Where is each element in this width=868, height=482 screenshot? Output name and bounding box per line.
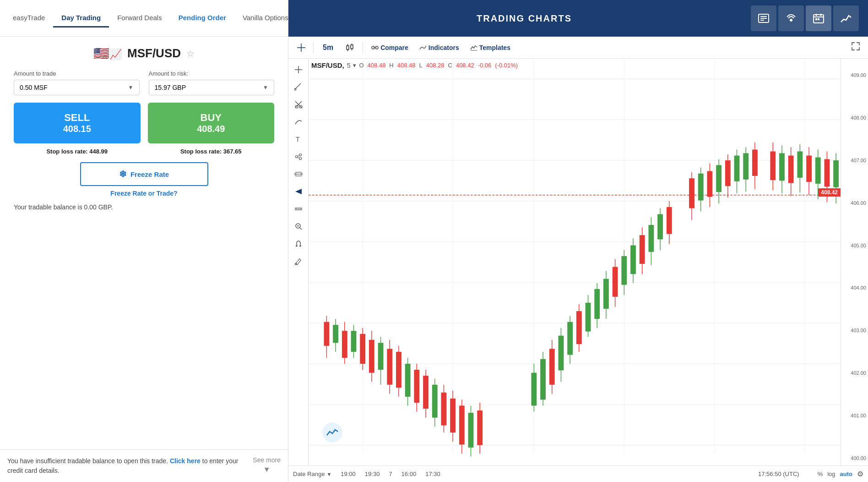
- auto-toggle-button[interactable]: auto: [840, 471, 852, 477]
- svg-rect-81: [351, 331, 357, 352]
- news-icon-button[interactable]: [751, 5, 776, 31]
- log-toggle-button[interactable]: log: [827, 471, 835, 477]
- svg-rect-135: [640, 235, 645, 264]
- fibonacci-tool-button[interactable]: [291, 149, 306, 164]
- ohlc-h-value: 408.48: [397, 62, 416, 69]
- ohlc-c-value: 408.42: [456, 62, 474, 69]
- text-tool-button[interactable]: T: [291, 132, 306, 147]
- ruler-tool-button[interactable]: [291, 202, 306, 216]
- price-403: 403.00: [843, 328, 866, 333]
- freeze-rate-link[interactable]: Freeze Rate or Trade?: [14, 190, 274, 197]
- svg-rect-173: [833, 160, 839, 187]
- svg-marker-42: [295, 189, 302, 194]
- svg-rect-145: [698, 174, 704, 201]
- price-409: 409.00: [843, 72, 866, 78]
- see-more-label: See more: [253, 456, 281, 464]
- period-button[interactable]: 5m: [317, 42, 339, 54]
- time-label-1900: 19:00: [341, 471, 356, 477]
- svg-line-36: [298, 157, 299, 158]
- click-here-link[interactable]: Click here: [170, 457, 201, 465]
- sell-label: SELL: [18, 112, 136, 124]
- balance-text: Your tradable balance is 0.00 GBP.: [14, 203, 274, 217]
- crosshair-tool-button[interactable]: [293, 42, 309, 53]
- tab-forward-deals[interactable]: Forward Deals: [109, 9, 170, 27]
- zoom-tool-button[interactable]: [291, 219, 306, 234]
- line-chart-icon-button[interactable]: [833, 5, 859, 31]
- svg-rect-165: [797, 151, 803, 177]
- tab-easy-trade[interactable]: easyTrade: [5, 9, 53, 27]
- price-401: 401.00: [843, 413, 866, 418]
- buy-button[interactable]: BUY 408.49: [148, 103, 275, 143]
- tab-pending-order[interactable]: Pending Order: [170, 9, 234, 27]
- calendar-icon-button[interactable]: [806, 5, 831, 31]
- buy-price: 408.49: [152, 124, 270, 134]
- amount-to-trade-select[interactable]: 0.50 MSF ▼: [14, 80, 140, 95]
- chevron-down-icon: ▼: [263, 466, 271, 474]
- trade-form: Amount to trade 0.50 MSF ▼ Amount to ris…: [0, 66, 288, 449]
- ohlc-bar: O 408.48 H 408.48 L 408.28 C 408.42 -0.0…: [359, 62, 518, 69]
- cursor-tool-button[interactable]: [291, 62, 306, 77]
- svg-rect-155: [743, 153, 749, 179]
- toolbar-divider-2: [363, 42, 363, 53]
- see-more-button[interactable]: See more ▼: [253, 456, 281, 474]
- price-402: 402.00: [843, 370, 866, 376]
- svg-rect-85: [369, 340, 374, 373]
- amount-to-trade-value: 0.50 MSF: [20, 84, 48, 91]
- favorite-star-icon[interactable]: ☆: [186, 48, 195, 59]
- percent-toggle-button[interactable]: %: [818, 471, 823, 477]
- svg-rect-163: [788, 156, 794, 183]
- svg-rect-139: [657, 214, 663, 240]
- compare-button[interactable]: Compare: [367, 42, 413, 53]
- line-tool-button[interactable]: [291, 80, 306, 94]
- chart-settings-gear-button[interactable]: ⚙: [857, 470, 863, 478]
- chart-bottom-bar: Date Range ▼ 19:00 19:30 7 16:00 17:30 1…: [288, 466, 868, 482]
- ohlc-o-value: 408.48: [368, 62, 386, 69]
- chart-main: T: [288, 59, 868, 466]
- svg-rect-97: [423, 376, 429, 409]
- signal-icon-button[interactable]: [778, 5, 804, 31]
- curve-tool-button[interactable]: [291, 115, 306, 129]
- sell-button[interactable]: SELL 408.15: [14, 103, 141, 143]
- indicators-label: Indicators: [429, 44, 459, 51]
- ohlc-o-label: O: [359, 62, 363, 69]
- svg-rect-105: [459, 405, 465, 444]
- magnet-tool-button[interactable]: [291, 236, 306, 251]
- svg-rect-161: [779, 153, 785, 181]
- ohlc-change: -0.06: [478, 62, 492, 69]
- ohlc-h-label: H: [389, 62, 393, 69]
- svg-text:T: T: [296, 136, 300, 143]
- back-tool-button[interactable]: [291, 184, 306, 199]
- compare-label: Compare: [380, 44, 408, 51]
- channel-tool-button[interactable]: [291, 167, 306, 181]
- tab-vanilla-options[interactable]: Vanilla Options: [234, 9, 297, 27]
- freeze-rate-button[interactable]: ❄ Freeze Rate: [80, 162, 208, 186]
- date-range-button[interactable]: Date Range ▼: [293, 471, 331, 477]
- svg-rect-119: [567, 322, 573, 355]
- amount-to-trade-group: Amount to trade 0.50 MSF ▼: [14, 70, 140, 95]
- svg-rect-83: [360, 334, 365, 364]
- svg-rect-169: [815, 157, 821, 183]
- amount-to-risk-label: Amount to risk:: [149, 70, 275, 77]
- snowflake-icon: ❄: [119, 169, 127, 180]
- instrument-name: MSF/USD: [127, 46, 181, 60]
- svg-rect-93: [405, 364, 411, 397]
- expand-chart-button[interactable]: [848, 40, 863, 55]
- scissors-tool-button[interactable]: [291, 97, 306, 112]
- candle-type-button[interactable]: [341, 41, 359, 54]
- svg-rect-153: [734, 156, 740, 181]
- svg-rect-151: [725, 160, 731, 186]
- tab-day-trading[interactable]: Day Trading: [53, 9, 109, 27]
- amount-to-risk-select[interactable]: 15.97 GBP ▼: [149, 80, 275, 95]
- pencil-tool-button[interactable]: [291, 254, 306, 268]
- chart-period-dropdown-icon[interactable]: ▾: [353, 62, 356, 69]
- templates-button[interactable]: Templates: [466, 42, 515, 53]
- brand-logo-watermark: [322, 422, 342, 443]
- svg-rect-91: [396, 352, 401, 388]
- price-408: 408.00: [843, 115, 866, 120]
- svg-rect-143: [689, 178, 694, 208]
- svg-rect-171: [825, 159, 830, 186]
- toolbar-divider-1: [313, 42, 314, 53]
- chart-title: TRADING CHARTS: [298, 13, 751, 24]
- chart-header: TRADING CHARTS: [288, 0, 868, 37]
- indicators-button[interactable]: Indicators: [415, 42, 464, 53]
